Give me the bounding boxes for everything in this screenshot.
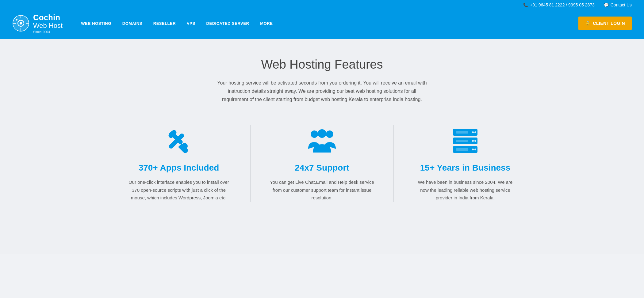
- phone-info: 📞 +91 9645 81 2222 / 9995 05 2873: [523, 2, 595, 7]
- nav-domains[interactable]: DOMAINS: [122, 21, 142, 26]
- support-desc: You can get Live Chat,Email and Help des…: [270, 178, 374, 202]
- years-highlight: 15+: [420, 163, 435, 172]
- svg-point-22: [474, 140, 476, 142]
- logo-text: Cochin Web Host Since 2004: [33, 13, 63, 34]
- main-nav: WEB HOSTING DOMAINS RESELLER VPS DEDICAT…: [81, 21, 578, 26]
- logo[interactable]: Cochin Web Host Since 2004: [12, 13, 63, 34]
- nav-reseller[interactable]: RESELLER: [153, 21, 176, 26]
- apps-highlight: 370+: [139, 163, 158, 172]
- apps-title: 370+ Apps Included: [139, 163, 219, 173]
- svg-point-25: [474, 149, 476, 150]
- features-title: Web Hosting Features: [6, 58, 638, 71]
- nav-web-hosting[interactable]: WEB HOSTING: [81, 21, 111, 26]
- top-bar: 📞 +91 9645 81 2222 / 9995 05 2873 💬 Cont…: [0, 0, 644, 10]
- nav-dedicated-server[interactable]: DEDICATED SERVER: [206, 21, 249, 26]
- apps-desc: Our one-click interface enables you to i…: [127, 178, 231, 202]
- support-highlight: 24x7: [295, 163, 314, 172]
- feature-card-apps: 370+ Apps Included Our one-click interfa…: [107, 125, 251, 202]
- svg-point-14: [318, 129, 326, 138]
- svg-point-12: [311, 130, 318, 138]
- users-icon: [307, 125, 337, 156]
- support-title: 24x7 Support: [295, 163, 349, 173]
- lock-icon: 🔒: [585, 21, 591, 26]
- brand-since: Since 2004: [33, 30, 63, 34]
- svg-point-19: [474, 131, 476, 133]
- brand-name: Cochin: [33, 13, 63, 22]
- server-icon: [450, 125, 481, 156]
- svg-point-24: [472, 149, 474, 150]
- nav-more[interactable]: MORE: [260, 21, 273, 26]
- main-header: Cochin Web Host Since 2004 WEB HOSTING D…: [0, 10, 644, 39]
- svg-rect-23: [456, 140, 468, 142]
- years-title-rest: Years in Business: [435, 163, 510, 172]
- feature-card-years: 15+ Years in Business We have been in bu…: [394, 125, 537, 202]
- brand-sub: Web Host: [33, 22, 63, 29]
- chat-icon: 💬: [604, 3, 609, 7]
- apps-title-rest: Apps Included: [158, 163, 219, 172]
- contact-us-label: Contact Us: [611, 2, 632, 7]
- phone-number: +91 9645 81 2222 / 9995 05 2873: [530, 2, 595, 7]
- support-title-rest: Support: [314, 163, 349, 172]
- svg-point-7: [16, 19, 17, 21]
- feature-card-support: 24x7 Support You can get Live Chat,Email…: [251, 125, 394, 202]
- client-login-button[interactable]: 🔒 CLIENT LOGIN: [578, 17, 632, 30]
- wrench-icon: [163, 125, 194, 156]
- phone-icon: 📞: [523, 3, 528, 7]
- years-desc: We have been in business since 2004. We …: [413, 178, 517, 202]
- contact-us-link[interactable]: 💬 Contact Us: [604, 2, 632, 7]
- svg-point-13: [326, 130, 333, 138]
- features-description: Your hosting service will be activated s…: [215, 79, 429, 104]
- svg-point-2: [20, 22, 22, 25]
- nav-vps[interactable]: VPS: [187, 21, 195, 26]
- svg-point-21: [472, 140, 474, 142]
- svg-point-18: [472, 131, 474, 133]
- svg-rect-20: [456, 131, 468, 134]
- feature-cards: 370+ Apps Included Our one-click interfa…: [107, 125, 537, 202]
- client-login-label: CLIENT LOGIN: [593, 21, 625, 26]
- svg-rect-26: [456, 148, 468, 151]
- years-title: 15+ Years in Business: [420, 163, 510, 173]
- logo-icon: [12, 15, 29, 32]
- main-content: Web Hosting Features Your hosting servic…: [0, 39, 644, 254]
